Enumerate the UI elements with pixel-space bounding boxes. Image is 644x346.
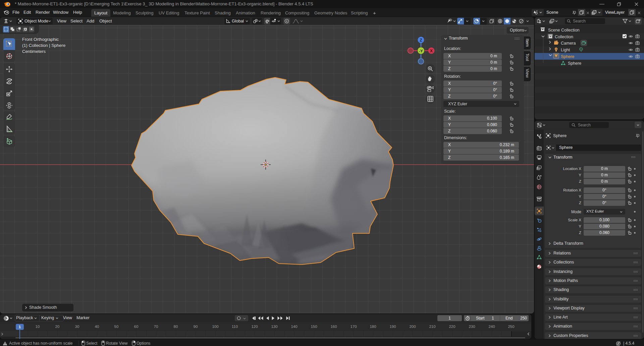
svg-text:X: X bbox=[430, 49, 433, 53]
svg-text:Z: Z bbox=[420, 38, 422, 43]
svg-text:-Y: -Y bbox=[419, 49, 423, 53]
